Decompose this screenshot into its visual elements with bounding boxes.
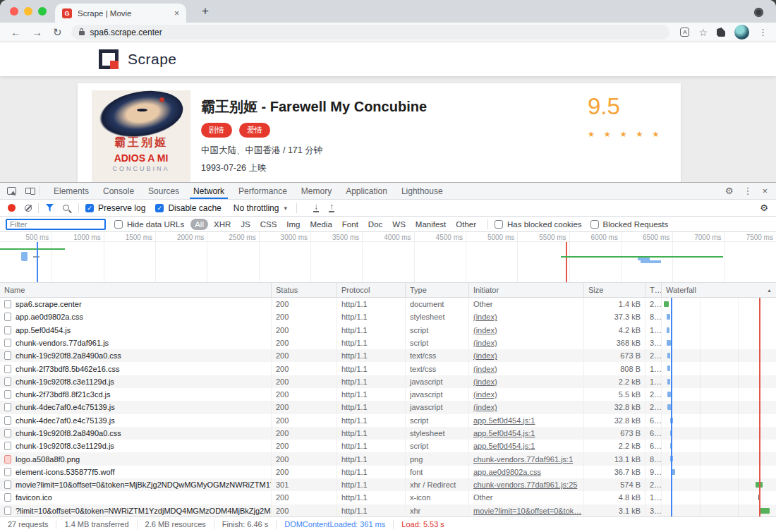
throttling-select[interactable]: No throttling	[234, 203, 279, 213]
devtools-tab-performance[interactable]: Performance	[231, 183, 294, 199]
minimize-window-button[interactable]	[24, 7, 32, 16]
table-row[interactable]: app.5ef0d454.js 200 http/1.1 script (ind…	[0, 324, 776, 337]
column-header-waterfall[interactable]: Waterfall▲	[662, 283, 776, 297]
preserve-log-checkbox[interactable]: ✓	[85, 204, 94, 212]
table-row[interactable]: ?limit=10&offset=0&token=NWRiZTM1YzdjMDQ…	[0, 504, 776, 517]
inspect-element-icon[interactable]	[7, 187, 16, 195]
column-header-name[interactable]: Name	[0, 283, 272, 297]
initiator-link[interactable]: (index)	[473, 313, 497, 321]
column-header-size[interactable]: Size	[584, 283, 645, 297]
filter-type-media[interactable]: Media	[306, 219, 337, 230]
request-status: 200	[272, 324, 337, 337]
extension-icon[interactable]	[717, 28, 725, 37]
translate-icon[interactable]: A	[680, 28, 689, 37]
filter-type-css[interactable]: CSS	[256, 219, 281, 230]
devtools-tab-sources[interactable]: Sources	[141, 183, 186, 199]
filter-type-other[interactable]: Other	[451, 219, 480, 230]
network-settings-icon[interactable]: ⚙	[760, 202, 768, 213]
initiator-link[interactable]: (index)	[473, 377, 497, 386]
devtools-tab-application[interactable]: Application	[339, 183, 394, 199]
column-header-status[interactable]: Status	[272, 283, 337, 297]
browser-menu-icon[interactable]: ⋮	[758, 27, 768, 37]
table-row[interactable]: app.ae0d9802a.css 200 http/1.1 styleshee…	[0, 310, 776, 323]
column-header-type[interactable]: Type	[406, 283, 469, 297]
filter-type-manifest[interactable]: Manifest	[411, 219, 450, 230]
table-row[interactable]: chunk-2f73bdf8.5b462e16.css 200 http/1.1…	[0, 362, 776, 375]
table-row[interactable]: chunk-19c920f8.2a8490a0.css 200 http/1.1…	[0, 427, 776, 440]
table-row[interactable]: chunk-19c920f8.c3e1129d.js 200 http/1.1 …	[0, 375, 776, 388]
timeline-tick-label: 2500 ms	[214, 234, 256, 241]
table-row[interactable]: chunk-vendors.77daf961.js 200 http/1.1 s…	[0, 337, 776, 349]
table-row[interactable]: chunk-19c920f8.c3e1129d.js 200 http/1.1 …	[0, 440, 776, 452]
filter-type-xhr[interactable]: XHR	[210, 219, 235, 230]
initiator-link[interactable]: chunk-vendors.77daf961.js:25	[473, 480, 577, 489]
close-window-button[interactable]	[10, 7, 18, 16]
table-row[interactable]: movie?limit=10&offset=0&token=MjBkZjg2ND…	[0, 478, 776, 491]
table-row[interactable]: chunk-2f73bdf8.8f21c3cd.js 200 http/1.1 …	[0, 388, 776, 401]
devtools-tab-lighthouse[interactable]: Lighthouse	[394, 183, 450, 199]
export-har-icon[interactable]: ↑	[329, 203, 334, 212]
devtools-close-icon[interactable]: ×	[762, 186, 768, 196]
initiator-link[interactable]: (index)	[473, 351, 497, 360]
hide-data-urls-checkbox[interactable]	[114, 220, 123, 229]
browser-tab[interactable]: G Scrape | Movie ×	[55, 4, 186, 23]
column-header-t[interactable]: T…	[645, 283, 662, 297]
blocked-requests-checkbox[interactable]	[590, 220, 599, 229]
back-button[interactable]: ←	[11, 27, 21, 37]
profile-avatar[interactable]	[734, 25, 749, 40]
maximize-window-button[interactable]	[38, 7, 47, 16]
new-tab-button[interactable]: +	[202, 4, 209, 18]
initiator-link[interactable]: app.ae0d9802a.css	[473, 468, 541, 476]
device-toolbar-icon[interactable]	[25, 188, 33, 194]
initiator-link[interactable]: movie?limit=10&offset=0&tok…	[473, 507, 581, 515]
table-row[interactable]: favicon.ico 200 http/1.1 x-icon Other 4.…	[0, 491, 776, 504]
tab-favicon-icon: G	[62, 8, 72, 18]
tab-close-icon[interactable]: ×	[174, 8, 179, 18]
initiator-link[interactable]: (index)	[473, 339, 497, 347]
filter-type-font[interactable]: Font	[338, 219, 363, 230]
brand-name[interactable]: Scrape	[128, 51, 177, 68]
initiator-link[interactable]: (index)	[473, 390, 497, 399]
column-header-initiator[interactable]: Initiator	[469, 283, 584, 297]
filter-funnel-icon[interactable]	[45, 203, 54, 212]
initiator-link[interactable]: (index)	[473, 365, 497, 373]
column-header-protocol[interactable]: Protocol	[337, 283, 406, 297]
request-size: 1.4 kB	[584, 298, 645, 310]
devtools-tab-network[interactable]: Network	[186, 183, 231, 199]
has-blocked-cookies-checkbox[interactable]	[495, 220, 503, 229]
filter-type-js[interactable]: JS	[236, 219, 254, 230]
initiator-link[interactable]: app.5ef0d454.js:1	[473, 442, 535, 450]
filter-type-ws[interactable]: WS	[388, 219, 410, 230]
table-row[interactable]: element-icons.535877f5.woff 200 http/1.1…	[0, 466, 776, 478]
bookmark-star-icon[interactable]: ☆	[698, 27, 708, 38]
initiator-link[interactable]: app.5ef0d454.js:1	[473, 416, 535, 425]
filter-type-doc[interactable]: Doc	[364, 219, 387, 230]
devtools-tab-elements[interactable]: Elements	[47, 183, 96, 199]
table-row[interactable]: logo.a508a8f0.png 200 http/1.1 png chunk…	[0, 452, 776, 465]
import-har-icon[interactable]: ↓	[313, 203, 319, 212]
address-bar[interactable]: spa6.scrape.center	[71, 25, 669, 40]
disable-cache-checkbox[interactable]: ✓	[155, 204, 164, 212]
initiator-link[interactable]: (index)	[473, 403, 497, 411]
devtools-tab-memory[interactable]: Memory	[294, 183, 339, 199]
filter-type-img[interactable]: Img	[282, 219, 304, 230]
filter-input[interactable]	[6, 219, 106, 230]
devtools-tab-console[interactable]: Console	[96, 183, 141, 199]
record-network-log-button[interactable]	[8, 204, 16, 212]
table-row[interactable]: chunk-19c920f8.2a8490a0.css 200 http/1.1…	[0, 349, 776, 362]
clear-network-log-icon[interactable]	[25, 205, 32, 212]
devtools-settings-icon[interactable]: ⚙	[725, 186, 734, 196]
table-row[interactable]: chunk-4dec7af0.e4c75139.js 200 http/1.1 …	[0, 414, 776, 427]
table-row[interactable]: chunk-4dec7af0.e4c75139.js 200 http/1.1 …	[0, 401, 776, 413]
forward-button[interactable]: →	[32, 27, 42, 37]
initiator-link[interactable]: app.5ef0d454.js:1	[473, 429, 535, 437]
devtools-menu-icon[interactable]: ⋮	[743, 186, 752, 196]
filter-type-all[interactable]: All	[190, 219, 208, 230]
reload-button[interactable]: ↻	[53, 27, 62, 37]
search-icon[interactable]	[63, 205, 69, 211]
initiator-link[interactable]: (index)	[473, 326, 497, 334]
network-overview-timeline[interactable]: 500 ms1000 ms1500 ms2000 ms2500 ms3000 m…	[0, 232, 776, 283]
table-row[interactable]: spa6.scrape.center 200 http/1.1 document…	[0, 298, 776, 310]
scrape-logo-icon[interactable]	[99, 49, 119, 69]
initiator-link[interactable]: chunk-vendors.77daf961.js:1	[473, 455, 573, 464]
